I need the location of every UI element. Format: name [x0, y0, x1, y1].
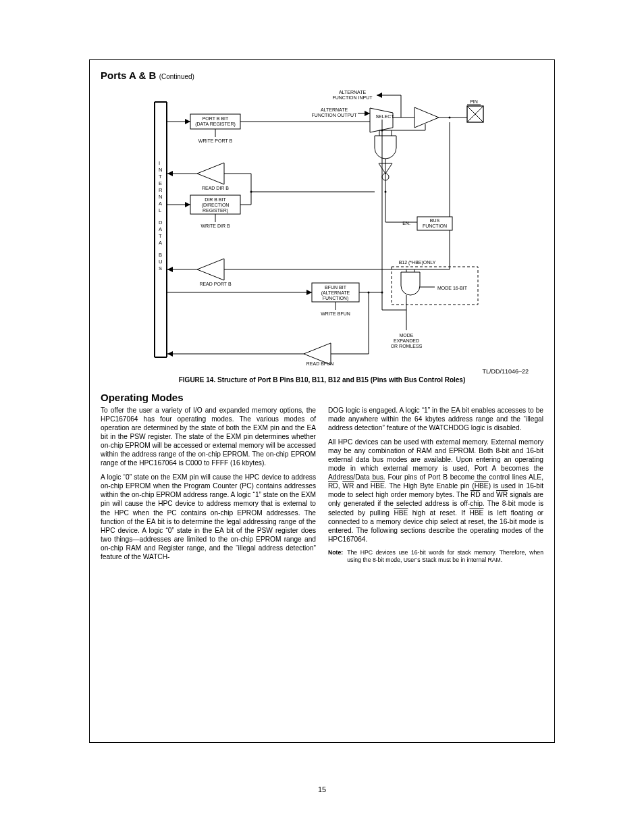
operating-modes-heading: Operating Modes: [101, 392, 543, 403]
svg-text:I: I: [159, 160, 160, 166]
page-number: 15: [0, 785, 644, 793]
svg-text:FUNCTION): FUNCTION): [323, 296, 349, 301]
svg-marker-52: [167, 171, 173, 176]
svg-text:T: T: [159, 233, 162, 239]
note-label: Note:: [328, 549, 343, 564]
svg-marker-101: [306, 290, 312, 295]
svg-marker-85: [167, 267, 173, 272]
svg-text:MODE: MODE: [400, 333, 414, 338]
figure-caption: FIGURE 14. Structure of Port B Pins B10,…: [101, 376, 543, 384]
svg-text:(ALTERNATE: (ALTERNATE: [321, 290, 350, 296]
figure-14-svg: I N T E R N A L D A T A B U S: [150, 87, 494, 367]
svg-point-80: [385, 191, 387, 193]
col-left: To offer the user a variety of I/O and e…: [101, 406, 316, 567]
svg-point-118: [368, 292, 370, 294]
svg-text:DIR B BIT: DIR B BIT: [205, 197, 226, 202]
col2-p1: DOG logic is engaged. A logic “1” in the…: [328, 406, 543, 432]
svg-marker-115: [167, 351, 173, 357]
svg-text:SELECT: SELECT: [375, 114, 394, 119]
svg-marker-83: [197, 259, 224, 280]
svg-text:B12 (*HBE)ONLY: B12 (*HBE)ONLY: [399, 260, 436, 265]
section-title-row: Ports A & B (Continued): [101, 70, 543, 82]
svg-text:READ BFUN: READ BFUN: [306, 361, 333, 366]
svg-text:ALTERNATE: ALTERNATE: [321, 107, 348, 112]
svg-marker-46: [185, 119, 190, 124]
svg-text:D: D: [159, 219, 163, 226]
note: Note: The HPC devices use 16-bit words f…: [328, 549, 543, 564]
svg-text:FUNCTION OUTPUT: FUNCTION OUTPUT: [312, 113, 358, 118]
svg-text:MODE 16-BIT: MODE 16-BIT: [437, 286, 468, 290]
col1-p2: A logic “0” state on the EXM pin will ca…: [101, 473, 316, 561]
svg-text:READ DIR B: READ DIR B: [202, 186, 229, 190]
svg-text:T: T: [159, 174, 162, 180]
svg-text:N: N: [159, 167, 162, 173]
svg-text:WRITE DIR B: WRITE DIR B: [200, 224, 230, 228]
svg-text:FUNCTION: FUNCTION: [423, 224, 447, 228]
svg-text:PORT B BIT: PORT B BIT: [203, 116, 229, 121]
svg-text:REGISTER): REGISTER): [203, 208, 228, 213]
svg-marker-60: [185, 202, 190, 207]
svg-text:E: E: [159, 180, 162, 186]
svg-text:ALTERNATE: ALTERNATE: [339, 90, 367, 95]
svg-text:L: L: [159, 207, 161, 213]
svg-rect-1: [166, 102, 167, 357]
svg-text:B: B: [159, 252, 162, 258]
rd-signal: RD: [328, 482, 338, 490]
svg-text:WRITE PORT B: WRITE PORT B: [198, 138, 233, 143]
svg-marker-38: [370, 108, 393, 132]
svg-text:R: R: [159, 187, 163, 193]
svg-text:N: N: [159, 194, 162, 200]
col2-p2: All HPC devices can be used with externa…: [328, 438, 543, 544]
svg-text:(DATA REGISTER): (DATA REGISTER): [195, 122, 236, 127]
wr-signal: WR: [342, 482, 354, 490]
continued-tag: (Continued): [159, 73, 194, 80]
figure-ref: TL/DD/11046–22: [482, 368, 529, 375]
note-text: The HPC devices use 16-bit words for sta…: [347, 549, 543, 564]
svg-text:PIN: PIN: [470, 99, 478, 104]
svg-text:BFUN BIT: BFUN BIT: [325, 285, 347, 290]
svg-point-64: [250, 191, 252, 193]
svg-marker-26: [365, 111, 370, 116]
svg-text:U: U: [159, 259, 162, 265]
svg-marker-22: [377, 93, 382, 98]
svg-marker-34: [414, 107, 439, 128]
svg-rect-0: [154, 102, 155, 357]
svg-text:S: S: [159, 265, 162, 271]
body-columns: To offer the user a variety of I/O and e…: [101, 406, 543, 567]
svg-text:(DIRECTION: (DIRECTION: [202, 203, 230, 208]
section-title: Ports A & B: [101, 70, 156, 81]
svg-text:FUNCTION INPUT: FUNCTION INPUT: [332, 95, 373, 100]
figure-14: I N T E R N A L D A T A B U S: [101, 87, 543, 369]
col-right: DOG logic is engaged. A logic “1” in the…: [328, 406, 543, 567]
svg-text:READ PORT B: READ PORT B: [199, 282, 232, 286]
svg-text:A: A: [159, 226, 162, 232]
svg-point-82: [449, 117, 451, 119]
svg-text:A: A: [159, 240, 162, 246]
hbe-signal: HBE: [371, 482, 385, 490]
svg-text:EXPANDED: EXPANDED: [394, 338, 419, 343]
svg-text:OR ROMLESS: OR ROMLESS: [391, 344, 423, 348]
svg-text:EN.: EN.: [402, 221, 410, 226]
col1-p1: To offer the user a variety of I/O and e…: [101, 406, 316, 467]
svg-marker-50: [197, 163, 224, 184]
svg-text:WRITE BFUN: WRITE BFUN: [321, 311, 350, 316]
svg-text:A: A: [159, 201, 162, 207]
svg-text:BUS: BUS: [430, 218, 440, 223]
